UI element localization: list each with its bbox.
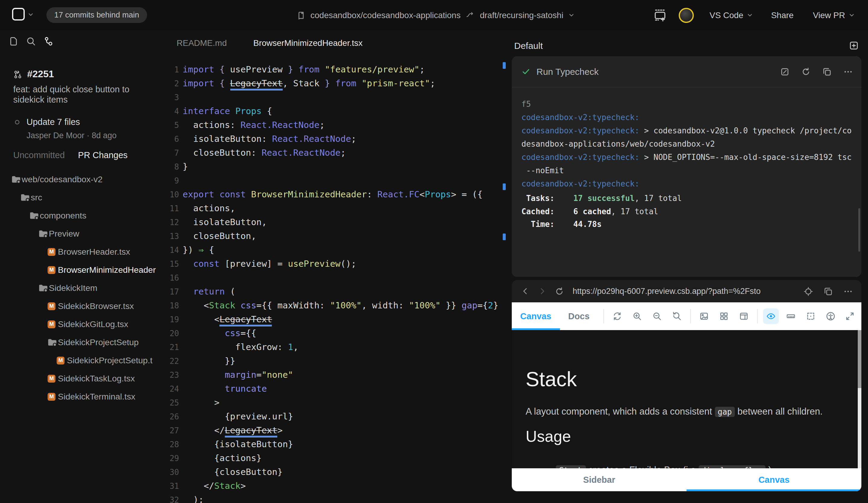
code-line-10: 10export const BrowserMinimizedHeader: R… — [169, 188, 510, 202]
code-line-30: 30 {closeButton} — [169, 465, 510, 479]
file-icon[interactable] — [8, 36, 19, 47]
terminal-output[interactable]: f5codesandbox-v2:typecheck:codesandbox-v… — [512, 88, 861, 231]
tab-docs[interactable]: Docs — [560, 302, 598, 330]
code-line-11: 11 actions, — [169, 202, 510, 215]
folder-icon — [39, 229, 49, 238]
preview-viewport[interactable]: Stack A layout component, which adds a c… — [512, 330, 861, 468]
folder-icon — [30, 211, 40, 220]
tree-item-preview[interactable]: Preview — [0, 224, 169, 243]
repo-name[interactable]: codesandbox/codesandbox-applications — [310, 10, 461, 20]
search-icon[interactable] — [26, 36, 36, 47]
avatar[interactable] — [679, 8, 694, 23]
remount-icon[interactable] — [609, 308, 625, 324]
repo-breadcrumb[interactable]: codesandbox/codesandbox-applications dra… — [297, 0, 574, 30]
folder-icon — [21, 193, 31, 202]
tab-uncommitted[interactable]: Uncommitted — [13, 150, 65, 160]
code-line-15: 15 const [preview] = usePreview(); — [169, 257, 510, 271]
ruler-icon[interactable] — [783, 308, 799, 324]
modified-badge: M — [48, 248, 55, 255]
tree-item-components[interactable]: components — [0, 207, 169, 224]
code-editor[interactable]: README.md BrowserMinimizedHeader.tsx 1im… — [169, 30, 510, 503]
browser-nav — [521, 286, 564, 296]
url-input[interactable]: https://po29hq-6007.preview.csb.app/?pat… — [572, 286, 775, 296]
inline-code: Stack — [556, 465, 586, 468]
refresh-icon[interactable] — [801, 67, 811, 76]
code-line-20: 20 css={{ — [169, 326, 510, 340]
code-line-1: 1import { usePreview } from "features/pr… — [169, 63, 510, 77]
toolbar-group-zoom — [609, 308, 685, 324]
commits-behind-badge[interactable]: 17 commits behind main — [46, 7, 147, 23]
tree-item-label: components — [40, 211, 86, 220]
tree-item-sidekickbrowser-tsx[interactable]: MSidekickBrowser.tsx — [0, 297, 169, 315]
chevron-down-icon[interactable] — [568, 12, 574, 18]
tab-browser-minimized-header[interactable]: BrowserMinimizedHeader.tsx — [253, 38, 363, 48]
commit-item[interactable]: Update 7 files — [13, 117, 80, 127]
code-content[interactable]: 1import { usePreview } from "features/pr… — [169, 63, 510, 503]
zoom-reset-icon[interactable] — [669, 308, 685, 324]
terminal-scrollbar[interactable] — [858, 208, 860, 252]
file-tree: web/codesandbox-v2srccomponentsPreviewMB… — [0, 170, 169, 405]
tab-canvas[interactable]: Canvas — [512, 302, 560, 330]
task-actions — [780, 67, 853, 76]
tab-sidebar[interactable]: Sidebar — [512, 468, 686, 491]
forward-icon[interactable] — [538, 286, 547, 296]
code-line-32: 32 ); — [169, 493, 510, 503]
chevron-down-icon[interactable] — [28, 11, 34, 18]
target-icon[interactable] — [804, 286, 813, 296]
pr-number[interactable]: #2251 — [27, 69, 54, 80]
slash-square-icon[interactable] — [780, 67, 789, 76]
fork-icon[interactable] — [43, 36, 54, 47]
zoom-in-icon[interactable] — [629, 308, 645, 324]
pr-title: feat: add quick close button to sidekick… — [13, 84, 153, 105]
tree-item-sidekickitem[interactable]: SidekickItem — [0, 279, 169, 297]
modified-badge: M — [48, 266, 55, 274]
grid-icon[interactable] — [716, 308, 732, 324]
screen-add-icon[interactable] — [653, 9, 667, 22]
outline-icon[interactable] — [803, 308, 818, 324]
terminal-line: codesandbox-v2:typecheck: — [521, 111, 852, 124]
storybook-mobile-tabs: Sidebar Canvas — [512, 468, 861, 491]
tree-item-sidekicktasklog-tsx[interactable]: MSidekickTaskLog.tsx — [0, 369, 169, 388]
plus-square-icon[interactable] — [849, 40, 859, 50]
ellipsis-icon[interactable] — [843, 286, 853, 296]
eye-icon[interactable] — [763, 308, 779, 324]
copy-icon[interactable] — [822, 67, 832, 76]
commit-time: 8d ago — [92, 131, 117, 140]
fullscreen-icon[interactable] — [845, 311, 855, 321]
copy-icon[interactable] — [823, 286, 833, 296]
accessibility-icon[interactable] — [823, 308, 838, 324]
code-line-8: 8} — [169, 160, 510, 174]
code-line-19: 19 <LegacyText — [169, 313, 510, 326]
preview-scrollbar-thumb[interactable] — [858, 330, 861, 388]
code-line-2: 2import { LegacyText, Stack } from "pris… — [169, 77, 510, 91]
viewport-icon[interactable] — [736, 308, 752, 324]
tree-item-src[interactable]: src — [0, 188, 169, 207]
view-pr-button[interactable]: View PR — [813, 10, 855, 20]
diff-change-marker[interactable] — [503, 233, 505, 240]
reload-icon[interactable] — [555, 286, 564, 296]
background-icon[interactable] — [696, 308, 712, 324]
tree-item-sidekickprojectsetup[interactable]: SidekickProjectSetup — [0, 333, 169, 351]
diff-change-marker[interactable] — [503, 183, 505, 190]
ellipsis-icon[interactable] — [843, 67, 853, 76]
logo-square-icon[interactable] — [12, 8, 25, 21]
branch-name[interactable]: draft/recursing-satoshi — [480, 10, 563, 20]
tree-item-web-codesandbox-v2[interactable]: web/codesandbox-v2 — [0, 170, 169, 188]
share-button[interactable]: Share — [771, 10, 794, 20]
tree-item-sidekickterminal-tsx[interactable]: MSidekickTerminal.tsx — [0, 388, 169, 405]
tree-item-sidekickgitlog-tsx[interactable]: MSidekickGitLog.tsx — [0, 315, 169, 333]
tree-item-label: web/codesandbox-v2 — [22, 174, 103, 184]
tab-canvas-bottom[interactable]: Canvas — [686, 468, 861, 491]
tree-item-browserheader-tsx[interactable]: MBrowserHeader.tsx — [0, 243, 169, 261]
tree-item-browserminimizedheader[interactable]: MBrowserMinimizedHeader — [0, 261, 169, 279]
folder-icon — [39, 284, 49, 292]
tab-readme[interactable]: README.md — [177, 38, 227, 48]
divider — [690, 309, 691, 323]
typecheck-task-card: Run Typecheck f5codesandbox-v2:typecheck… — [512, 56, 861, 277]
tree-item-sidekickprojectsetup-t[interactable]: MSidekickProjectSetup.t — [0, 351, 169, 369]
tab-pr-changes[interactable]: PR Changes — [78, 150, 127, 160]
back-icon[interactable] — [521, 286, 530, 296]
zoom-out-icon[interactable] — [649, 308, 665, 324]
vscode-menu[interactable]: VS Code — [710, 10, 753, 20]
diff-change-marker[interactable] — [503, 62, 505, 69]
